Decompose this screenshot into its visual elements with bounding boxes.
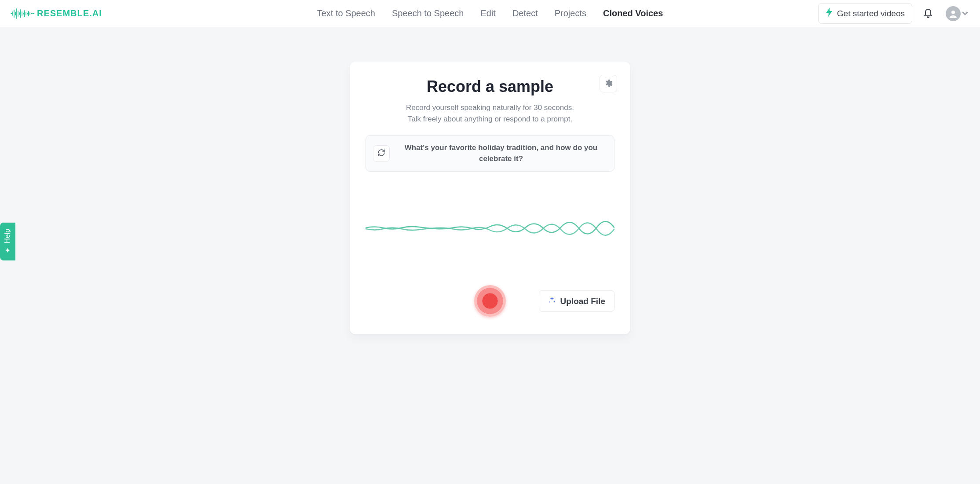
nav-cloned-voices[interactable]: Cloned Voices xyxy=(602,6,664,21)
help-tab[interactable]: ✦ Help xyxy=(0,223,15,260)
card-title: Record a sample xyxy=(366,77,614,96)
chevron-down-icon xyxy=(962,10,968,17)
nav-speech-to-speech[interactable]: Speech to Speech xyxy=(391,6,464,21)
gear-icon xyxy=(604,79,613,89)
bolt-icon xyxy=(826,8,833,19)
record-card: Record a sample Record yourself speaking… xyxy=(350,62,630,334)
avatar-icon xyxy=(946,6,961,21)
record-button[interactable] xyxy=(474,285,506,317)
bell-icon xyxy=(923,7,933,20)
nav-detect[interactable]: Detect xyxy=(512,6,539,21)
settings-button[interactable] xyxy=(600,75,617,92)
waveform-preview xyxy=(366,184,614,272)
notifications-button[interactable] xyxy=(921,5,935,22)
get-started-label: Get started videos xyxy=(837,9,905,18)
refresh-icon xyxy=(377,149,385,158)
svg-point-0 xyxy=(951,11,955,14)
brand-text: RESEMBLE.AI xyxy=(37,8,102,18)
waveform-icon xyxy=(366,217,614,239)
prompt-box: What's your favorite holiday tradition, … xyxy=(366,135,614,172)
sparkle-icon xyxy=(548,296,556,306)
nav-projects[interactable]: Projects xyxy=(554,6,587,21)
subtitle-line1: Record yourself speaking naturally for 3… xyxy=(406,103,574,112)
account-menu-button[interactable] xyxy=(944,4,969,23)
sparkle-icon: ✦ xyxy=(4,246,12,254)
get-started-button[interactable]: Get started videos xyxy=(818,3,912,24)
upload-file-button[interactable]: Upload File xyxy=(539,290,614,312)
help-label: Help xyxy=(4,229,12,243)
subtitle-line2: Talk freely about anything or respond to… xyxy=(408,115,572,123)
nav-text-to-speech[interactable]: Text to Speech xyxy=(316,6,376,21)
main-stage: Record a sample Record yourself speaking… xyxy=(0,27,980,334)
nav-edit[interactable]: Edit xyxy=(479,6,496,21)
prompt-text: What's your favorite holiday tradition, … xyxy=(397,143,605,164)
record-controls: Upload File xyxy=(366,285,614,317)
brand-name-suffix: .AI xyxy=(89,8,102,18)
upload-label: Upload File xyxy=(560,296,605,306)
header-actions: Get started videos xyxy=(818,3,969,24)
refresh-prompt-button[interactable] xyxy=(373,145,390,162)
app-header: RESEMBLE.AI Text to Speech Speech to Spe… xyxy=(0,0,980,27)
card-subtitle: Record yourself speaking naturally for 3… xyxy=(366,102,614,125)
brand-logo[interactable]: RESEMBLE.AI xyxy=(11,7,102,20)
waveform-icon xyxy=(11,7,34,20)
brand-name-primary: RESEMBLE xyxy=(37,8,89,18)
